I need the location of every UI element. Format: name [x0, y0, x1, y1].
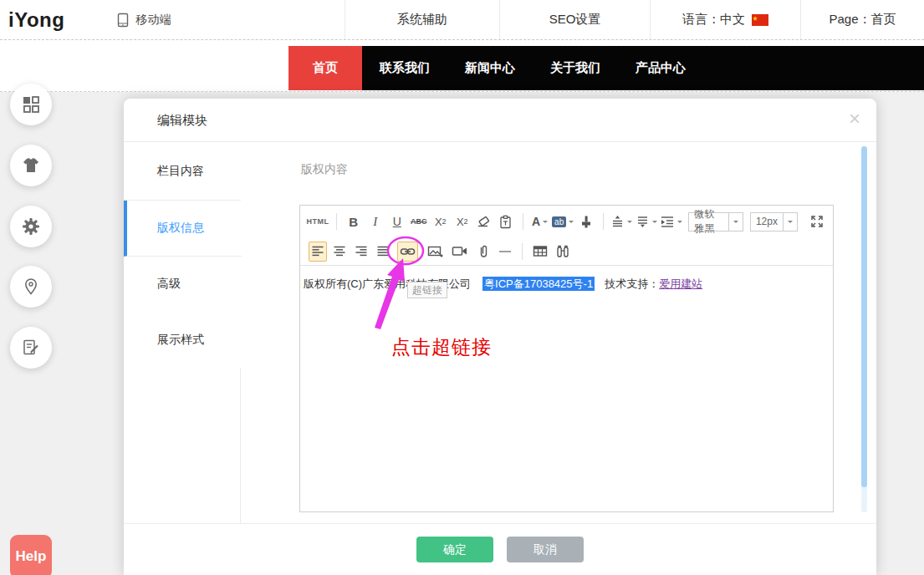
edit-page-icon	[21, 338, 41, 358]
line-height-icon	[610, 215, 625, 228]
insert-video-button[interactable]	[449, 242, 471, 262]
nav-item-contact[interactable]: 联系我们	[362, 46, 447, 90]
toolbar-divider	[603, 213, 604, 230]
insert-video-icon	[452, 245, 468, 257]
caret-down-icon	[783, 213, 797, 231]
modules-grid-icon	[22, 95, 40, 114]
bold-button[interactable]: B	[345, 211, 363, 232]
close-icon[interactable]: ×	[845, 109, 865, 130]
tab-display-style[interactable]: 展示样式	[124, 312, 241, 368]
strikethrough-button[interactable]: ABC	[410, 211, 428, 232]
tab-column-content[interactable]: 栏目内容	[124, 142, 241, 201]
caret-down-icon	[728, 213, 743, 231]
selected-icp-text: 粤ICP备17038425号-1	[482, 277, 595, 291]
sidebar-location-button[interactable]	[10, 266, 52, 308]
font-family-value: 微软雅黑	[689, 207, 728, 236]
align-left-button[interactable]	[309, 242, 327, 262]
site-nav-zone: 首页 联系我们 新闻中心 关于我们 产品中心	[0, 40, 924, 92]
toolbar-divider	[523, 213, 523, 230]
topbar-menu: 系统辅助 SEO设置 语言：中文 Page：首页	[345, 0, 924, 39]
china-flag-icon	[752, 14, 768, 26]
caret-down-icon	[543, 221, 548, 226]
align-center-icon	[333, 245, 346, 257]
dialog-scrollbar-thumb[interactable]	[861, 146, 867, 487]
eraser-button[interactable]	[475, 211, 493, 232]
hyperlink-button[interactable]	[397, 242, 418, 262]
seo-settings-menu[interactable]: SEO设置	[499, 0, 650, 39]
font-color-label: A	[532, 215, 540, 228]
seo-settings-label: SEO设置	[549, 12, 601, 28]
language-menu[interactable]: 语言：中文	[650, 0, 800, 39]
line-height-button[interactable]	[611, 211, 632, 232]
justify-button[interactable]	[374, 242, 392, 262]
system-help-label: 系统辅助	[397, 12, 447, 28]
fullscreen-button[interactable]	[808, 211, 826, 232]
font-size-select[interactable]: 12px	[750, 212, 798, 232]
current-page-label: Page：首页	[829, 12, 896, 28]
superscript-button[interactable]: X2	[431, 211, 450, 232]
current-page-menu[interactable]: Page：首页	[800, 0, 924, 39]
superscript-num: 2	[442, 217, 447, 226]
nav-item-news[interactable]: 新闻中心	[447, 46, 533, 90]
sidebar-edit-button[interactable]	[10, 327, 52, 369]
align-center-button[interactable]	[330, 242, 349, 262]
dialog-scrollbar-track[interactable]	[861, 146, 867, 512]
insert-image-button[interactable]	[425, 242, 446, 262]
tab-copyright-info[interactable]: 版权信息	[124, 201, 242, 257]
tab-advanced[interactable]: 高级	[124, 257, 241, 312]
system-help-menu[interactable]: 系统辅助	[345, 0, 499, 39]
insert-table-button[interactable]	[530, 242, 550, 262]
dialog-title: 编辑模块	[157, 99, 207, 142]
support-link[interactable]: 爱用建站	[659, 277, 702, 290]
toolbar-divider	[336, 213, 337, 230]
horizontal-rule-icon	[498, 250, 512, 253]
horizontal-rule-button[interactable]	[496, 242, 514, 262]
paste-icon	[498, 215, 513, 229]
admin-topbar: iYong 移动端 系统辅助 SEO设置 语言：中文 Page：首页	[0, 0, 924, 40]
highlight-color-button[interactable]: ab	[552, 211, 573, 232]
nav-item-products[interactable]: 产品中心	[618, 46, 703, 90]
site-nav-bar: 首页 联系我们 新闻中心 关于我们 产品中心	[288, 46, 924, 90]
location-pin-icon	[22, 277, 40, 296]
editor-content-area[interactable]: 版权所有(C)广东爱用科技有限公司粤ICP备17038425号-1技术支持：爱用…	[300, 266, 833, 302]
align-right-button[interactable]	[352, 242, 370, 262]
sidebar-theme-button[interactable]	[10, 145, 52, 186]
eraser-icon	[477, 215, 491, 228]
indent-button[interactable]	[660, 211, 682, 232]
insert-image-icon	[427, 245, 443, 258]
nav-item-about[interactable]: 关于我们	[533, 46, 618, 90]
html-source-button[interactable]: HTML	[307, 211, 329, 232]
iyong-logo: iYong	[0, 8, 64, 32]
cancel-button[interactable]: 取消	[507, 537, 584, 562]
caret-down-icon	[569, 221, 574, 226]
find-replace-icon	[556, 244, 569, 258]
subscript-base: X	[457, 216, 464, 228]
sidebar-modules-button[interactable]	[10, 84, 52, 125]
find-replace-button[interactable]	[554, 242, 572, 262]
subscript-button[interactable]: X2	[453, 211, 472, 232]
subscript-num: 2	[464, 217, 468, 226]
mobile-label: 移动端	[135, 13, 171, 28]
italic-button[interactable]: I	[366, 211, 385, 232]
paste-button[interactable]	[497, 211, 515, 232]
mobile-preview-button[interactable]: 移动端	[116, 13, 171, 28]
font-color-button[interactable]: A	[530, 211, 549, 232]
justify-icon	[376, 245, 390, 257]
insert-table-icon	[533, 245, 548, 257]
dialog-tab-column: 栏目内容 版权信息 高级 展示样式	[124, 142, 241, 523]
vertical-align-button[interactable]	[636, 211, 656, 232]
nav-item-home[interactable]: 首页	[288, 46, 362, 90]
attachment-button[interactable]	[474, 242, 493, 262]
copyright-content-label: 版权内容	[301, 162, 348, 177]
underline-button[interactable]: U	[388, 211, 406, 232]
mobile-device-icon	[116, 13, 130, 28]
editor-toolbar-row2	[300, 237, 833, 266]
format-painter-button[interactable]	[577, 211, 595, 232]
confirm-button[interactable]: 确定	[416, 537, 493, 562]
font-family-select[interactable]: 微软雅黑	[688, 212, 743, 232]
help-button[interactable]: Help	[10, 535, 52, 575]
sidebar-settings-button[interactable]	[10, 206, 52, 247]
dialog-header: 编辑模块 ×	[124, 99, 876, 142]
settings-gear-icon	[21, 216, 41, 237]
language-label: 语言：中文	[682, 12, 745, 28]
